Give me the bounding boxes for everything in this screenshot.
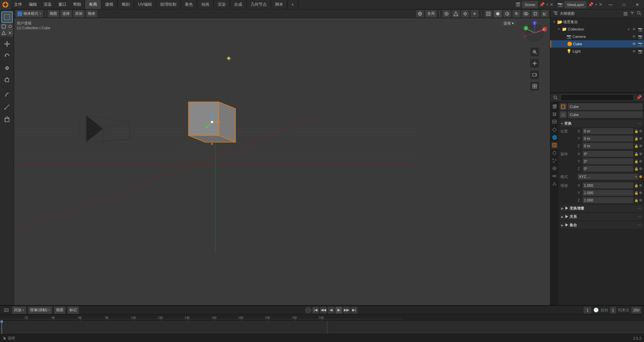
maximize-button[interactable]: □: [617, 0, 631, 9]
scale-x-lock[interactable]: 🔒: [634, 184, 638, 187]
rotation-z-lock[interactable]: 🔒: [634, 167, 638, 171]
scene-pin-icon[interactable]: 📌: [539, 2, 545, 7]
props-tab-scene[interactable]: [551, 126, 558, 133]
rotation-mode-dropdown[interactable]: XYZ ... ▾: [578, 174, 638, 180]
xray-icon[interactable]: [531, 10, 539, 17]
position-y-lock[interactable]: 🔒: [634, 137, 638, 140]
collection-row[interactable]: ▾ 📁 Collection ✓ 👁 📷: [550, 25, 644, 33]
gizmo-icon[interactable]: [541, 10, 549, 17]
add-menu[interactable]: 添加: [73, 10, 85, 17]
snap-icon[interactable]: [452, 10, 460, 17]
measure-tool[interactable]: [1, 101, 13, 113]
mode-dropdown[interactable]: 物体模式 ▾: [15, 10, 43, 17]
start-frame-field[interactable]: 1: [610, 307, 616, 314]
props-tab-world[interactable]: 🌐: [551, 134, 558, 141]
position-x-dot[interactable]: [639, 130, 642, 132]
props-tab-viewlayer[interactable]: [551, 119, 558, 125]
blender-logo[interactable]: [0, 0, 11, 9]
cube-render-icon[interactable]: 📷: [638, 42, 643, 46]
scene-selector[interactable]: Scene: [522, 1, 538, 8]
proportional-edit-icon[interactable]: [442, 10, 450, 17]
outliner-search-icon[interactable]: [637, 11, 641, 16]
object-name-field[interactable]: Cube: [568, 103, 643, 110]
move-tool[interactable]: [1, 38, 13, 50]
cube-row[interactable]: 🟠 Cube 👁 📷: [550, 40, 644, 48]
collection-camera-icon[interactable]: 📷: [638, 27, 643, 32]
collections-section[interactable]: ▶ ▶ 集合 ····: [560, 222, 643, 229]
end-frame-field[interactable]: 250: [631, 307, 641, 314]
transform-tool[interactable]: [1, 74, 13, 86]
position-y-dot[interactable]: [639, 137, 642, 140]
position-z-field[interactable]: 0 m: [583, 143, 633, 149]
props-tab-modifiers[interactable]: [551, 150, 558, 156]
props-tab-object[interactable]: [551, 142, 558, 149]
camera-row[interactable]: 📷 Camera 👁 📷: [550, 33, 644, 40]
timeline-view-menu[interactable]: 视图: [54, 306, 65, 314]
workspace-tab-shading[interactable]: 着色: [181, 0, 197, 9]
next-frame-button[interactable]: ▶▶: [343, 307, 350, 314]
play-indicator[interactable]: [305, 307, 311, 313]
prev-keyframe-button[interactable]: ◀◀: [320, 307, 327, 314]
rotation-x-dot[interactable]: [639, 153, 642, 155]
select-box-icon[interactable]: [1, 11, 13, 23]
transform-pivot-icon[interactable]: [471, 10, 479, 17]
scale-y-dot[interactable]: [639, 191, 642, 194]
outliner-filter-icon[interactable]: [630, 11, 635, 16]
timeline-mode-icon[interactable]: [3, 306, 10, 314]
props-tab-output[interactable]: 🖼: [551, 111, 558, 118]
scene-new-icon[interactable]: +: [546, 2, 549, 7]
sel-icon-1[interactable]: [1, 23, 7, 30]
select-menu[interactable]: 选择: [60, 10, 72, 17]
cube-object[interactable]: [189, 102, 235, 145]
minimize-button[interactable]: —: [604, 0, 617, 9]
scale-x-dot[interactable]: [639, 184, 642, 187]
close-button[interactable]: ✕: [631, 0, 644, 9]
menu-help[interactable]: 帮助: [70, 0, 85, 9]
viewport-canvas[interactable]: 用户透视 (1) Collection | Cube 选项 ▾: [14, 18, 550, 305]
props-tab-particles[interactable]: [551, 157, 558, 164]
snap-settings-icon[interactable]: [461, 10, 469, 17]
transform-section-header[interactable]: ▾ 变换 ····: [560, 120, 643, 127]
sel-icon-2[interactable]: [7, 23, 13, 30]
scale-y-lock[interactable]: 🔒: [634, 191, 638, 195]
menu-file[interactable]: 文件: [11, 0, 25, 9]
position-z-lock[interactable]: 🔒: [634, 144, 638, 148]
interpolation-menu[interactable]: 抠像(插帧) ▾: [28, 306, 52, 314]
relations-section[interactable]: ▶ ▶ 关系 ····: [560, 213, 643, 220]
timeline-markers-menu[interactable]: 标记: [67, 306, 79, 314]
rotation-x-lock[interactable]: 🔒: [634, 152, 638, 156]
menu-window[interactable]: 窗口: [55, 0, 70, 9]
rotation-z-dot[interactable]: [639, 167, 642, 170]
viewlayer-selector[interactable]: ViewLayer: [564, 1, 587, 8]
sel-icon-4[interactable]: [7, 30, 13, 36]
workspace-tab-texture-paint[interactable]: 纹理绘制: [156, 0, 181, 9]
camera-eye-icon[interactable]: 👁: [632, 35, 636, 39]
rotate-tool[interactable]: [1, 50, 13, 62]
properties-search-input[interactable]: [560, 94, 634, 101]
shading-solid-icon[interactable]: [494, 10, 502, 17]
outliner-viewlayer-icon[interactable]: [623, 11, 628, 16]
scene-collection-row[interactable]: ▾ 📂 场景集合: [550, 18, 644, 25]
jump-start-button[interactable]: |◀: [312, 307, 319, 314]
workspace-tab-scripting[interactable]: 脚本: [271, 0, 287, 9]
shading-wire-icon[interactable]: [484, 10, 492, 17]
collection-eye-icon[interactable]: 👁: [632, 27, 636, 31]
prev-frame-button[interactable]: ◀: [328, 307, 334, 314]
add-cube-tool[interactable]: [1, 113, 13, 125]
play-button[interactable]: ▶: [335, 307, 342, 314]
position-y-field[interactable]: 0 m: [583, 135, 633, 141]
viewport-global-label[interactable]: 全局: [425, 10, 437, 17]
shading-material-icon[interactable]: [503, 10, 511, 17]
workspace-tab-compositing[interactable]: 合成: [230, 0, 247, 9]
viewlayer-pin-icon[interactable]: 📌: [588, 2, 593, 7]
viewlayer-close-icon[interactable]: ✕: [599, 2, 602, 7]
workspace-tab-add[interactable]: +: [287, 0, 298, 9]
scale-x-field[interactable]: 1.000: [583, 182, 633, 188]
position-x-lock[interactable]: 🔒: [634, 129, 638, 133]
playback-menu[interactable]: 回放 ▾: [12, 306, 26, 314]
scale-tool[interactable]: [1, 62, 13, 74]
search-icon[interactable]: [552, 94, 559, 101]
current-frame-field[interactable]: 1: [584, 307, 591, 314]
scale-y-field[interactable]: 1.000: [583, 190, 633, 196]
data-name-field[interactable]: Cube: [568, 111, 643, 118]
